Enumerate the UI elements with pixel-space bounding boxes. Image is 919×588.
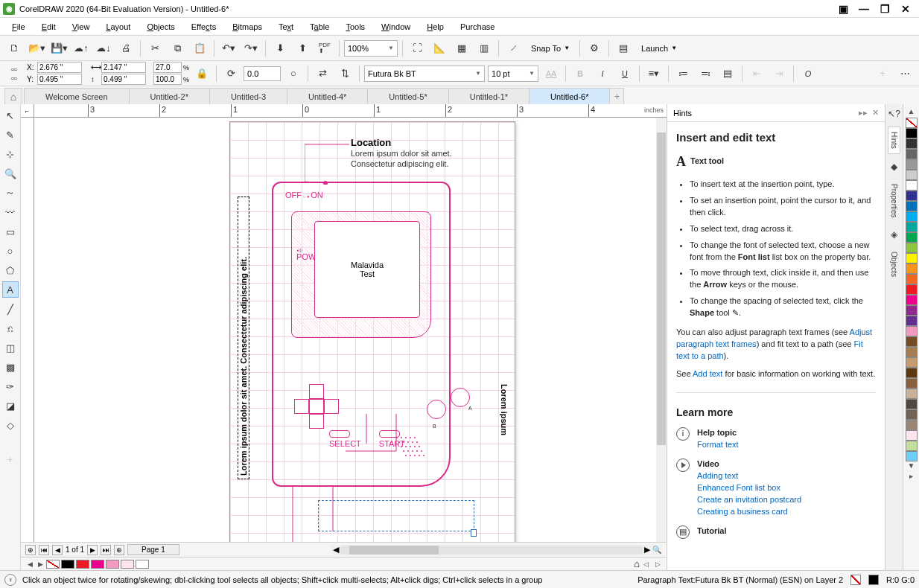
polygon-tool[interactable]: ⬠ (2, 262, 19, 278)
swatch-27[interactable] (906, 409, 918, 420)
underline-button[interactable]: U (615, 64, 635, 83)
swatch-0[interactable] (906, 128, 918, 138)
pick-tool[interactable]: ↖ (2, 107, 19, 124)
quick-custom-button[interactable]: + (2, 451, 19, 467)
doc-swatch-none[interactable] (46, 560, 60, 569)
link-format-text[interactable]: Format text (697, 440, 739, 449)
tab-untitled-3[interactable]: Untitled-3 (209, 88, 287, 104)
link-vid-0[interactable]: Adding text (697, 471, 738, 480)
swatch-5[interactable] (906, 180, 918, 191)
page-tab[interactable]: Page 1 (127, 544, 179, 555)
connector-tool[interactable]: ⎌ (2, 320, 19, 336)
launch-button[interactable]: Launch▼ (636, 39, 682, 57)
cloud-down-button[interactable]: ☁↓ (94, 39, 113, 58)
swatch-26[interactable] (906, 399, 918, 409)
menu-table[interactable]: Table (302, 20, 337, 33)
menu-file[interactable]: File (4, 20, 33, 33)
swatch-30[interactable] (906, 441, 918, 451)
palette-right[interactable]: ▶ (36, 560, 45, 568)
snap-to-button[interactable]: Snap To▼ (526, 39, 575, 57)
swatch-18[interactable] (906, 316, 918, 326)
dock-tab-properties[interactable]: Properties (888, 179, 900, 223)
link-add-text[interactable]: Add text (693, 369, 722, 378)
undo-button[interactable]: ↶▾ (219, 39, 238, 58)
menu-bitmaps[interactable]: Bitmaps (225, 20, 270, 33)
swatch-2[interactable] (906, 149, 918, 159)
swatch-15[interactable] (906, 284, 918, 295)
swatch-19[interactable] (906, 326, 918, 336)
swatch-17[interactable] (906, 305, 918, 316)
canvas[interactable]: Location Lorem ipsum dolor sit amet. Con… (34, 118, 667, 542)
menu-purchase[interactable]: Purchase (453, 20, 502, 33)
swatch-9[interactable] (906, 222, 918, 232)
menu-objects[interactable]: Objects (139, 20, 182, 33)
swatch-12[interactable] (906, 253, 918, 263)
tab-untitled-4[interactable]: Untitled-4* (287, 88, 368, 104)
ruler-vertical[interactable] (21, 118, 34, 542)
nav-fwd[interactable]: ▷ (653, 560, 662, 568)
menu-effects[interactable]: Effects (184, 20, 223, 33)
next-page-button[interactable]: ▶ (87, 545, 98, 555)
font-combo[interactable]: Futura Bk BT▼ (364, 65, 485, 82)
menu-edit[interactable]: Edit (34, 20, 63, 33)
lock-ratio-button[interactable]: 🔒 (192, 64, 212, 83)
y-input[interactable] (37, 74, 82, 85)
open-button[interactable]: 📂▾ (27, 39, 46, 58)
menu-help[interactable]: Help (419, 20, 451, 33)
ruler-origin[interactable]: ⌐ (21, 104, 34, 118)
swatch-20[interactable] (906, 336, 918, 347)
swatch-7[interactable] (906, 201, 918, 211)
close-button[interactable]: ✕ (898, 1, 913, 16)
nav-back[interactable]: ◁ (641, 560, 650, 568)
copy-button[interactable]: ⧉ (168, 39, 187, 58)
right-text[interactable]: Lorem ipsum (500, 384, 509, 435)
italic-button[interactable]: I (593, 64, 612, 83)
doc-swatch-1[interactable] (76, 560, 89, 569)
zoom-tool[interactable]: 🔍 (2, 165, 19, 182)
fill-tool[interactable]: ◪ (2, 397, 19, 414)
publish-pdf-button[interactable]: PDF⬆ (315, 39, 334, 58)
swatch-1[interactable] (906, 138, 918, 149)
sx-input[interactable] (153, 62, 182, 73)
parallel-dim-tool[interactable]: ╱ (2, 301, 19, 317)
rulers-button[interactable]: 📐 (430, 39, 449, 58)
origin-icon[interactable]: ▫▫▫▫ (4, 64, 24, 83)
h-input[interactable] (101, 74, 146, 85)
vertical-scrollbar[interactable] (656, 118, 667, 542)
export-button[interactable]: ⬆ (293, 39, 312, 58)
tab-untitled-6[interactable]: Untitled-6* (529, 88, 610, 104)
home-tab[interactable]: ⌂ (4, 88, 22, 104)
opentype-button[interactable]: O (798, 64, 818, 83)
status-fill-swatch[interactable] (850, 575, 861, 585)
fullscreen-button[interactable]: ⛶ (407, 39, 427, 58)
dock-tab-hints[interactable]: Hints (888, 127, 900, 154)
swatch-14[interactable] (906, 274, 918, 284)
indent-dec-button[interactable]: ⇤ (747, 64, 766, 83)
swatch-8[interactable] (906, 211, 918, 222)
variable-font-button[interactable]: AA (541, 64, 561, 83)
doc-swatch-2[interactable] (91, 560, 104, 569)
options-button[interactable]: ⚙ (585, 39, 604, 58)
zoom-combo[interactable]: 100%▼ (344, 40, 398, 57)
transparency-tool[interactable]: ▩ (2, 359, 19, 375)
rectangle-tool[interactable]: ▭ (2, 223, 19, 240)
ruler-horizontal[interactable]: 3 2 1 0 1 2 3 4 inches (34, 104, 667, 118)
swatch-13[interactable] (906, 263, 918, 274)
doc-swatch-0[interactable] (61, 560, 74, 569)
bold-button[interactable]: B (570, 64, 590, 83)
palette-left[interactable]: ◀ (25, 560, 34, 568)
dock-arrow-icon[interactable]: ↖? (888, 107, 901, 121)
swatch-6[interactable] (906, 191, 918, 201)
menu-tools[interactable]: Tools (338, 20, 372, 33)
save-button[interactable]: 💾▾ (49, 39, 69, 58)
cloud-up-button[interactable]: ☁↑ (71, 39, 91, 58)
dropshadow-tool[interactable]: ◫ (2, 339, 19, 356)
import-button[interactable]: ⬇ (270, 39, 290, 58)
guides-button[interactable]: ▥ (474, 39, 494, 58)
doc-swatch-4[interactable] (121, 560, 134, 569)
launch-icon[interactable]: ▤ (614, 39, 633, 58)
menu-view[interactable]: View (65, 20, 98, 33)
cut-button[interactable]: ✂ (145, 39, 165, 58)
text-tool[interactable]: A (2, 281, 19, 298)
outline-tool[interactable]: ◇ (2, 417, 19, 433)
